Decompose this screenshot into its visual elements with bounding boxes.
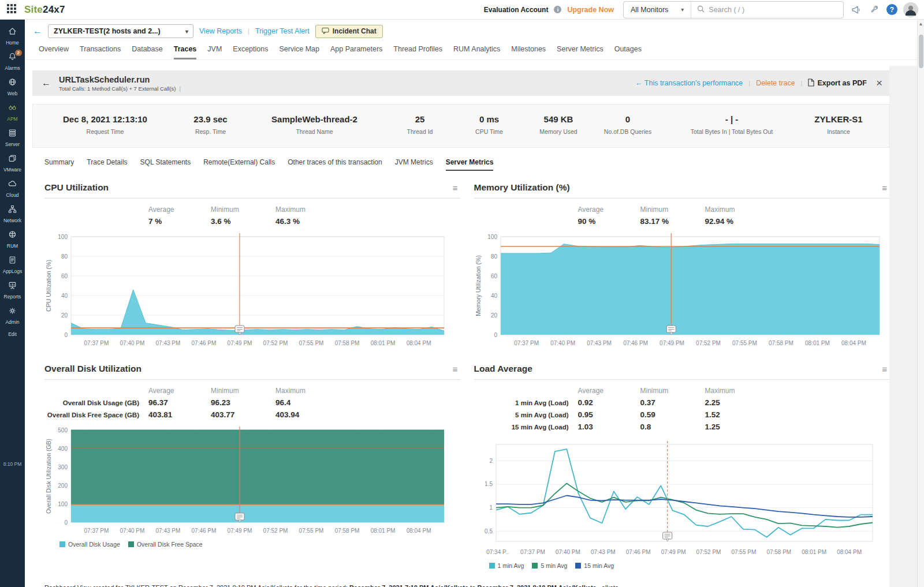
scrollbar-thumb[interactable]: [919, 35, 923, 68]
apps-grid-icon[interactable]: [7, 4, 16, 16]
export-pdf-link[interactable]: Export as PDF: [808, 78, 866, 88]
monitor-search-control: All Monitors ▾: [623, 1, 844, 18]
subtab-summary[interactable]: Summary: [44, 158, 74, 171]
svg-text:0.5: 0.5: [485, 528, 493, 534]
chart-menu-icon[interactable]: ≡: [882, 364, 887, 374]
svg-text:07:37 PM: 07:37 PM: [514, 340, 539, 346]
right-gutter: [889, 66, 917, 587]
svg-text:07:43 PM: 07:43 PM: [590, 549, 615, 555]
pdf-document-icon: [808, 78, 814, 88]
monitor-select[interactable]: ZYLKER-TEST(2 hosts and 2...) ▾: [48, 24, 193, 38]
svg-text:300: 300: [58, 464, 68, 470]
chart-menu-icon[interactable]: ≡: [453, 364, 458, 374]
delete-trace-link[interactable]: Delete trace: [756, 79, 795, 87]
user-avatar[interactable]: [903, 2, 918, 17]
svg-text:07:43 PM: 07:43 PM: [156, 340, 181, 346]
subtab-jvm-metrics[interactable]: JVM Metrics: [395, 158, 433, 171]
close-icon[interactable]: ×: [876, 77, 882, 89]
site24x7-logo[interactable]: Site24x7: [24, 4, 65, 16]
summary-metric-cpu-time: 0 ms CPU Time: [454, 114, 524, 135]
tab-traces[interactable]: Traces: [174, 45, 197, 59]
tab-app-parameters[interactable]: App Parameters: [330, 45, 382, 59]
chart-legend: 1 min Avg5 min Avg15 min Avg: [474, 561, 890, 569]
sidebar-item-network[interactable]: Network: [0, 201, 25, 226]
tab-transactions[interactable]: Transactions: [80, 45, 121, 59]
sidebar-clock: 8:10 PM: [0, 461, 25, 467]
sidebar-item-reports[interactable]: Reports: [0, 277, 25, 302]
rum-icon: [8, 230, 17, 242]
trace-subtabs: SummaryTrace DetailsSQL StatementsRemote…: [32, 148, 889, 171]
sidebar-item-server[interactable]: Server: [0, 125, 25, 150]
tab-rum-analytics[interactable]: RUM Analytics: [453, 45, 500, 59]
trigger-test-alert-link[interactable]: Trigger Test Alert: [255, 27, 310, 35]
search-input[interactable]: [709, 6, 824, 14]
subtab-server-metrics[interactable]: Server Metrics: [446, 158, 494, 171]
all-monitors-dropdown[interactable]: All Monitors ▾: [624, 2, 691, 18]
subtab-trace-details[interactable]: Trace Details: [87, 158, 127, 171]
svg-text:08:04 PM: 08:04 PM: [407, 340, 431, 346]
vertical-scrollbar[interactable]: ▲: [917, 20, 924, 587]
stats-row-5-min-avg-load: 5 min Avg (Load)0.950.591.52: [474, 409, 890, 421]
svg-text:07:52 PM: 07:52 PM: [263, 528, 288, 534]
sidebar-item-web[interactable]: Web: [0, 74, 25, 99]
main-content: ← ZYLKER-TEST(2 hosts and 2...) ▾ View R…: [25, 20, 924, 587]
panel-title: Load Average: [474, 364, 532, 374]
tools-wrench-icon[interactable]: [868, 3, 881, 16]
sidebar-item-applogs[interactable]: AppLogs: [0, 252, 25, 277]
scroll-up-icon[interactable]: ▲: [918, 20, 924, 27]
tab-exceptions[interactable]: Exceptions: [233, 45, 268, 59]
chart-menu-icon[interactable]: ≡: [453, 183, 458, 193]
svg-text:0: 0: [494, 332, 497, 338]
sidebar-item-alarms[interactable]: Alarms 2: [0, 48, 25, 74]
svg-text:07:49 PM: 07:49 PM: [661, 549, 685, 555]
svg-text:20: 20: [490, 312, 497, 319]
panel-disk-utilization: Overall Disk Utilization≡ AverageMinimum…: [44, 358, 460, 569]
upgrade-now-link[interactable]: Upgrade Now: [567, 6, 614, 14]
back-arrow-icon[interactable]: ←: [42, 78, 51, 88]
chat-icon: [322, 27, 329, 36]
sidebar-item-rum[interactable]: RUM: [0, 226, 25, 252]
svg-text:08:01 PM: 08:01 PM: [371, 528, 396, 534]
vmware-icon: [8, 154, 17, 166]
tab-jvm[interactable]: JVM: [207, 45, 222, 59]
view-reports-link[interactable]: View Reports: [199, 27, 242, 35]
tab-overview[interactable]: Overview: [39, 45, 69, 59]
svg-text:07:40 PM: 07:40 PM: [550, 340, 575, 346]
tab-thread-profiles[interactable]: Thread Profiles: [393, 45, 442, 59]
admin-icon: [8, 306, 17, 318]
load-average-chart[interactable]: 0.511.5207:34 P..07:37 PM07:40 PM07:43 P…: [474, 436, 890, 561]
sidebar-item-edit[interactable]: Edit: [0, 328, 25, 340]
sidebar-item-home[interactable]: Home: [0, 23, 25, 48]
transaction-performance-link[interactable]: ← This transaction's performance: [635, 79, 743, 87]
info-icon[interactable]: i: [554, 6, 561, 13]
chart-menu-icon[interactable]: ≡: [882, 183, 887, 193]
subtab-remote-external-calls[interactable]: Remote(External) Calls: [203, 158, 275, 171]
panel-title: CPU Utilization: [44, 182, 109, 193]
cpu-utilization-chart[interactable]: 02040608010007:37 PM07:40 PM07:43 PM07:4…: [44, 231, 460, 352]
sidebar-item-vmware[interactable]: VMware: [0, 150, 25, 175]
summary-metric-total-bytes-in-total-bytes-out: - | - Total Bytes In | Total Bytes Out: [662, 114, 801, 135]
tab-service-map[interactable]: Service Map: [279, 45, 319, 59]
sidebar-item-admin[interactable]: Admin: [0, 302, 25, 328]
announcements-icon[interactable]: [850, 3, 862, 16]
tab-outages[interactable]: Outages: [614, 45, 642, 59]
subtab-other-traces-of-this-transaction[interactable]: Other traces of this transaction: [288, 158, 382, 171]
trace-subtitle: Total Calls: 1 Method Call(s) + 7 Extern…: [59, 85, 181, 92]
incident-chat-button[interactable]: Incident Chat: [315, 25, 383, 38]
tab-database[interactable]: Database: [132, 45, 163, 59]
tab-server-metrics[interactable]: Server Metrics: [557, 45, 603, 59]
home-icon: [8, 27, 17, 39]
subtab-sql-statements[interactable]: SQL Statements: [140, 158, 191, 171]
sidebar-item-apm[interactable]: APM: [0, 99, 25, 125]
stats-row-0: 7 %3.6 %46.3 %: [44, 215, 460, 227]
disk-utilization-chart[interactable]: 010020030040050007:37 PM07:40 PM07:43 PM…: [44, 424, 460, 540]
sidebar-item-cloud[interactable]: Cloud: [0, 175, 25, 201]
apm-icon: [8, 103, 17, 115]
stats-row-0: 90 %83.17 %92.94 %: [474, 215, 890, 227]
chevron-down-icon: ▾: [185, 28, 188, 35]
memory-utilization-chart[interactable]: 02040608010007:37 PM07:40 PM07:43 PM07:4…: [474, 231, 890, 352]
web-icon: [8, 77, 17, 89]
back-arrow-icon[interactable]: ←: [33, 26, 42, 36]
help-icon[interactable]: ?: [886, 4, 897, 15]
tab-milestones[interactable]: Milestones: [511, 45, 546, 59]
